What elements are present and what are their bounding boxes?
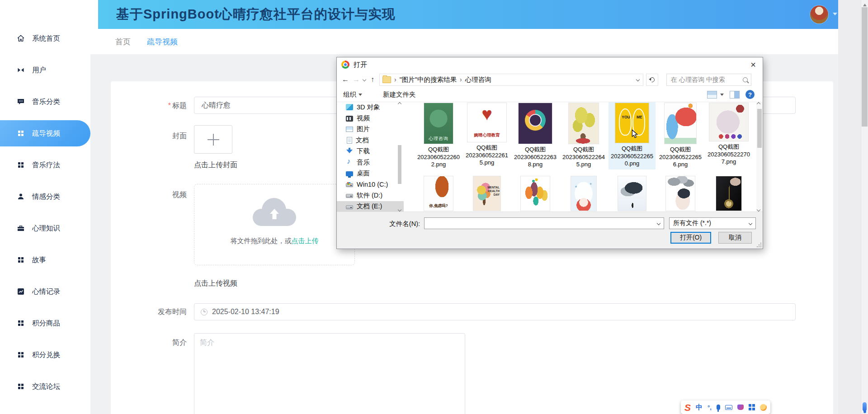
- sidebar-item-mood-record[interactable]: 心情记录: [0, 276, 90, 307]
- nav-tab-guide-video[interactable]: 疏导视频: [147, 37, 178, 47]
- up-icon[interactable]: ↑: [368, 75, 377, 84]
- breadcrumb-current-folder[interactable]: 心理咨询: [465, 75, 491, 84]
- sogou-logo-icon[interactable]: S: [684, 403, 691, 412]
- sidebar-items: 系统首页用户音乐分类疏导视频音乐疗法情感分类心理知识故事心情记录积分商品积分兑换…: [0, 23, 90, 402]
- file-item[interactable]: [705, 175, 752, 212]
- history-dropdown-icon[interactable]: [363, 78, 366, 81]
- close-icon[interactable]: ×: [744, 57, 763, 72]
- scroll-down-icon[interactable]: [757, 208, 760, 212]
- breadcrumb-bar[interactable]: › "图片"中的搜索结果 › 心理咨询: [379, 74, 643, 86]
- cover-upload-box[interactable]: [194, 125, 232, 154]
- publish-time-input[interactable]: 2025-02-10 13:47:19: [194, 303, 796, 320]
- forward-icon[interactable]: →: [352, 75, 360, 84]
- folder-icon: [382, 76, 391, 83]
- sidebar-item-music-therapy[interactable]: 音乐疗法: [0, 149, 90, 181]
- tree-item[interactable]: 文档: [337, 135, 404, 146]
- sidebar-item-users[interactable]: 用户: [0, 54, 90, 86]
- new-folder-button[interactable]: 新建文件夹: [383, 90, 416, 99]
- microphone-icon[interactable]: [717, 405, 720, 410]
- scroll-up-icon[interactable]: [863, 2, 867, 6]
- scroll-up-icon[interactable]: [398, 102, 401, 106]
- scroll-up-icon[interactable]: [757, 102, 760, 106]
- tree-item[interactable]: 音乐: [337, 157, 404, 168]
- cancel-button[interactable]: 取消: [718, 232, 752, 244]
- help-icon[interactable]: ?: [745, 90, 755, 99]
- scroll-down-icon[interactable]: [398, 208, 401, 212]
- sidebar-item-music-category[interactable]: 音乐分类: [0, 86, 90, 118]
- dialog-body: 3D 对象视频图片文档下载音乐桌面Win10 (C:)软件 (D:)文档 (E:…: [337, 102, 763, 212]
- ime-language-toggle[interactable]: 中: [696, 403, 703, 412]
- back-icon[interactable]: ←: [341, 75, 349, 84]
- file-item[interactable]: 婉晴心理教育QQ截图20230605222615.png: [463, 102, 510, 169]
- view-dropdown-icon[interactable]: [720, 94, 724, 98]
- sidebar-item-system-home[interactable]: 系统首页: [0, 23, 90, 54]
- ime-toolbox-icon[interactable]: [749, 404, 751, 407]
- file-item[interactable]: YOU MEQQ截图20230605222650.png: [609, 102, 656, 169]
- file-item[interactable]: [560, 175, 607, 212]
- sidebar-item-emotion-category[interactable]: 情感分类: [0, 181, 90, 212]
- file-item[interactable]: [609, 175, 656, 212]
- keyboard-icon[interactable]: [725, 405, 732, 410]
- file-open-dialog: 打开 × ← → ↑ › "图片"中的搜索结果 › 心理咨询 组织: [336, 57, 763, 249]
- filename-input[interactable]: [427, 219, 654, 227]
- file-item[interactable]: QQ截图20230605222707.png: [705, 102, 752, 168]
- tree-scrollbar[interactable]: [397, 102, 402, 212]
- ime-punctuation-icon[interactable]: °,: [708, 404, 712, 411]
- intro-textarea[interactable]: [194, 333, 465, 414]
- sidebar-item-psychology-knowledge[interactable]: 心理知识: [0, 212, 90, 244]
- files-scroll-thumb[interactable]: [757, 109, 762, 148]
- ime-skin-icon[interactable]: [737, 405, 744, 410]
- tree-item[interactable]: 图片: [337, 124, 404, 135]
- tree-item[interactable]: 文档 (E:): [337, 201, 404, 212]
- search-box[interactable]: [666, 74, 751, 86]
- preview-pane-icon[interactable]: [730, 91, 740, 99]
- open-button[interactable]: 打开(O): [670, 232, 711, 244]
- upload-link[interactable]: 点击上传: [292, 237, 319, 245]
- organize-button[interactable]: 组织: [343, 90, 362, 99]
- file-thumbnail: [569, 103, 599, 144]
- page-scrollbar[interactable]: [861, 0, 868, 414]
- tree-item[interactable]: 桌面: [337, 168, 404, 179]
- file-name-line: QQ截图: [560, 146, 607, 154]
- file-item[interactable]: MENTAL HEALTH DAY: [463, 175, 510, 212]
- avatar-dropdown-icon[interactable]: [833, 13, 837, 18]
- breadcrumb-search-results[interactable]: "图片"中的搜索结果: [400, 75, 457, 84]
- filename-dropdown-icon[interactable]: [657, 221, 660, 225]
- tree-item[interactable]: 3D 对象: [337, 102, 404, 113]
- sidebar-item-points-goods[interactable]: 积分商品: [0, 307, 90, 339]
- file-item[interactable]: 你,焦虑吗?: [415, 175, 462, 212]
- tree-item[interactable]: Win10 (C:): [337, 179, 404, 190]
- sidebar-item-forum[interactable]: 交流论坛: [0, 371, 90, 402]
- file-item[interactable]: [512, 175, 559, 212]
- tree-item[interactable]: 视频: [337, 113, 404, 123]
- sidebar-item-label: 用户: [32, 66, 46, 75]
- file-item[interactable]: 心理咨询QQ截图20230605222602.png: [415, 102, 462, 170]
- file-item[interactable]: QQ截图20230605222656.png: [657, 102, 704, 170]
- files-scrollbar[interactable]: [756, 102, 763, 212]
- filename-combobox[interactable]: [424, 217, 664, 229]
- tree-item-label: 文档 (E:): [357, 202, 382, 211]
- file-item[interactable]: QQ截图20230605222638.png: [512, 102, 559, 170]
- search-input[interactable]: [670, 75, 743, 84]
- resize-grip[interactable]: [756, 242, 762, 248]
- sidebar-item-points-exchange[interactable]: 积分兑换: [0, 339, 90, 371]
- address-dropdown-icon[interactable]: [636, 78, 640, 81]
- tree-item[interactable]: 下载: [337, 146, 404, 157]
- nav-tab-home[interactable]: 首页: [115, 37, 131, 47]
- tree-item[interactable]: 软件 (D:): [337, 190, 404, 201]
- file-item[interactable]: [657, 175, 704, 212]
- ime-toolbar: S 中 °,: [681, 400, 770, 414]
- sidebar-item-story[interactable]: 故事: [0, 244, 90, 276]
- page-scroll-thumb[interactable]: [862, 7, 868, 127]
- filetype-dropdown[interactable]: 所有文件 (*.*): [669, 217, 756, 229]
- tree-scroll-thumb[interactable]: [398, 145, 401, 184]
- file-name-line: 2023060522260: [415, 154, 462, 161]
- refresh-button[interactable]: [646, 74, 658, 86]
- emoji-icon[interactable]: [760, 404, 767, 411]
- dialog-title-bar[interactable]: 打开 ×: [337, 57, 763, 72]
- avatar[interactable]: [810, 5, 828, 24]
- video-dropzone[interactable]: 将文件拖到此处，或点击上传: [194, 184, 355, 265]
- thumbnail-view-icon[interactable]: [707, 91, 717, 99]
- sidebar-item-guide-video[interactable]: 疏导视频: [0, 120, 90, 146]
- file-item[interactable]: QQ截图20230605222645.png: [560, 102, 607, 170]
